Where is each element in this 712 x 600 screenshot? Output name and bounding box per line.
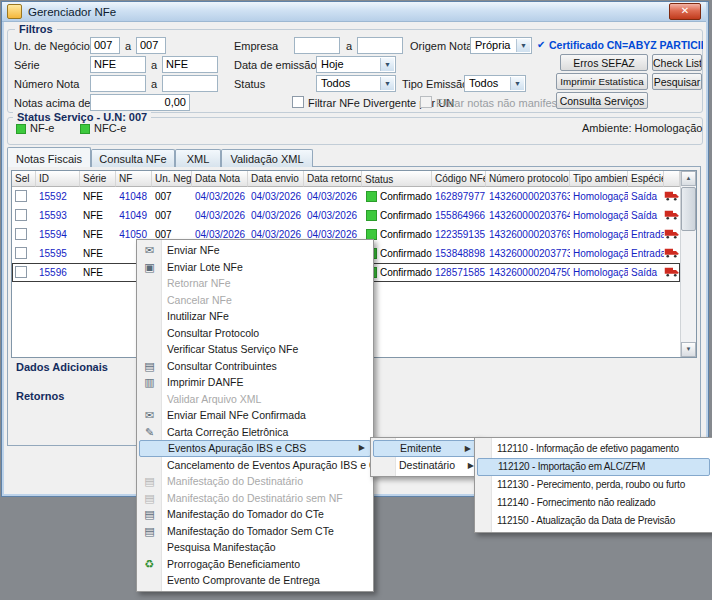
col-header-tipo-ambiente[interactable]: Tipo ambiente	[570, 171, 628, 187]
menu-item-prorrogacao-beneficiamento[interactable]: ♻Prorrogação Beneficiamento	[137, 556, 373, 573]
numero-nota-from-input[interactable]	[90, 75, 146, 92]
tab-xml[interactable]: XML	[175, 149, 221, 167]
scroll-up-button[interactable]: ▲	[681, 171, 696, 186]
status-select[interactable]: Todos ▼	[316, 75, 396, 92]
scrollbar-thumb[interactable]	[681, 187, 696, 231]
col-header-codigo-nfe[interactable]: Código NFe	[432, 171, 486, 187]
filtrar-divergente-checkbox[interactable]	[292, 96, 304, 108]
submenu-item-112130[interactable]: 112130 - Perecimento, perda, roubo ou fu…	[475, 476, 712, 494]
erros-sefaz-button[interactable]: Erros SEFAZ	[560, 54, 648, 71]
protocolo-cell: 143260000203763	[486, 191, 570, 202]
id-cell: 15595	[36, 248, 80, 259]
row-checkbox[interactable]	[15, 209, 27, 221]
col-header-numero-protocolo[interactable]: Número protocolo	[486, 171, 570, 187]
menu-item-carta-correcao[interactable]: ✎Carta Correção Eletrônica	[137, 424, 373, 441]
nfce-status-label: NFC-e	[94, 122, 126, 134]
chevron-down-icon[interactable]: ▼	[516, 39, 530, 52]
un-negocio-to-input[interactable]: 007	[136, 37, 166, 54]
numero-nota-label: Número Nota	[14, 78, 79, 90]
id-cell: 15596	[36, 267, 80, 278]
empresa-to-input[interactable]	[357, 37, 403, 54]
col-header-especie[interactable]: Espécie	[628, 171, 664, 187]
recycle-icon: ♻	[140, 556, 159, 573]
submenu-item-112110[interactable]: 112110 - Informação de efetivo pagamento	[475, 440, 712, 458]
tab-consulta-nfe[interactable]: Consulta NFe	[91, 149, 175, 167]
close-button[interactable]: ✕	[669, 3, 701, 20]
data-envio-cell: 04/03/2026	[248, 191, 304, 202]
row-checkbox[interactable]	[15, 266, 27, 278]
data-envio-cell: 04/03/2026	[248, 210, 304, 221]
empresa-from-input[interactable]	[294, 37, 340, 54]
email-icon: ✉	[140, 407, 159, 424]
menu-item-evento-comprovante-entrega[interactable]: Evento Comprovante de Entrega	[137, 572, 373, 589]
nfe-status-indicator	[16, 124, 26, 134]
protocolo-cell: 143260000203764	[486, 210, 570, 221]
imprimir-estatistica-button[interactable]: Imprimir Estatística	[556, 73, 648, 90]
nf-cell: 41048	[116, 191, 152, 202]
data-emissao-select[interactable]: Hoje ▼	[316, 56, 396, 73]
col-header-data-retorno[interactable]: Data retorno	[304, 171, 362, 187]
notas-acima-label: Notas acima de	[14, 97, 90, 109]
col-header-un-neg[interactable]: Un. Neg.	[152, 171, 192, 187]
menu-item-eventos-apuracao[interactable]: Eventos Apuração IBS e CBS▶	[139, 440, 371, 457]
sel-cell	[12, 247, 36, 261]
serie-label: Série	[14, 59, 40, 71]
submenu-item-destinatario[interactable]: Destinatário▶	[371, 457, 479, 474]
menu-item-manifestacao-tomador-sem-cte[interactable]: ▤Manifestação do Tomador Sem CTe	[137, 523, 373, 540]
empresa-a-label: a	[346, 40, 352, 52]
col-header-data-nota[interactable]: Data Nota	[192, 171, 248, 187]
data-nota-cell: 04/03/2026	[192, 191, 248, 202]
row-checkbox[interactable]	[15, 190, 27, 202]
col-header-nf[interactable]: NF	[116, 171, 152, 187]
menu-item-enviar-lote-nfe[interactable]: ▣Enviar Lote NFe	[137, 259, 373, 276]
submenu-item-emitente[interactable]: Emitente▶	[373, 440, 477, 457]
manifest-icon: ▤	[140, 523, 159, 540]
submenu-emitente-eventos: 112110 - Informação de efetivo pagamento…	[474, 437, 712, 533]
pesquisar-button[interactable]: Pesquisar	[652, 73, 702, 90]
protocolo-cell: 143260000204750	[486, 267, 570, 278]
serie-from-input[interactable]: NFE	[90, 56, 146, 73]
tab-notas-fiscais[interactable]: Notas Fiscais	[7, 147, 91, 167]
submenu-item-112140[interactable]: 112140 - Fornecimento não realizado	[475, 494, 712, 512]
menu-item-consultar-contribuintes[interactable]: ▤Consultar Contribuintes	[137, 358, 373, 375]
protocolo-cell: 143260000203773	[486, 248, 570, 259]
menu-item-label: Enviar Lote NFe	[167, 261, 243, 273]
menu-item-enviar-nfe[interactable]: ✉Enviar NFe	[137, 242, 373, 259]
col-header-serie[interactable]: Série	[80, 171, 116, 187]
row-checkbox[interactable]	[15, 228, 27, 240]
numero-nota-to-input[interactable]	[162, 75, 218, 92]
menu-item-label: Prorrogação Beneficiamento	[167, 558, 300, 570]
truck-icon	[664, 247, 679, 258]
col-header-id[interactable]: ID	[36, 171, 80, 187]
consulta-servicos-button[interactable]: Consulta Serviços	[556, 92, 648, 109]
chevron-down-icon[interactable]: ▼	[380, 58, 394, 71]
chevron-down-icon[interactable]: ▼	[380, 77, 394, 90]
check-list-button[interactable]: Check List	[652, 54, 702, 71]
row-checkbox[interactable]	[15, 247, 27, 259]
col-header-data-envio[interactable]: Data envio	[248, 171, 304, 187]
menu-item-imprimir-danfe[interactable]: ▥Imprimir DANFE	[137, 374, 373, 391]
especie-cell: Saída	[628, 267, 664, 278]
menu-item-consultar-protocolo[interactable]: Consultar Protocolo	[137, 325, 373, 342]
menu-item-manifestacao-tomador-cte[interactable]: ▤Manifestação do Tomador do CTe	[137, 506, 373, 523]
col-header-status[interactable]: Status	[362, 171, 432, 187]
un-negocio-from-input[interactable]: 007	[90, 37, 120, 54]
tipo-emissao-select[interactable]: Todos ▼	[464, 75, 526, 92]
notas-acima-input[interactable]: 0,00	[90, 94, 190, 111]
table-scrollbar[interactable]: ▲ ▼	[680, 171, 696, 357]
table-row[interactable]: 15592 NFE 41048 007 04/03/2026 04/03/202…	[12, 187, 680, 206]
scroll-down-button[interactable]: ▼	[681, 342, 696, 357]
menu-item-enviar-email[interactable]: ✉Enviar Email NFe Confirmada	[137, 407, 373, 424]
table-row[interactable]: 15593 NFE 41049 007 04/03/2026 04/03/202…	[12, 206, 680, 225]
menu-item-cancelamento-eventos[interactable]: Cancelamento de Eventos Apuração IBS e C…	[137, 457, 373, 474]
chevron-down-icon[interactable]: ▼	[510, 77, 524, 90]
submenu-item-112150[interactable]: 112150 - Atualização da Data de Previsão	[475, 512, 712, 530]
menu-item-verificar-status-servico[interactable]: Verificar Status Serviço NFe	[137, 341, 373, 358]
tab-validacao-xml[interactable]: Validação XML	[221, 149, 313, 167]
menu-item-pesquisa-manifestacao[interactable]: Pesquisa Manifestação	[137, 539, 373, 556]
serie-to-input[interactable]: NFE	[162, 56, 218, 73]
col-header-sel[interactable]: Sel	[12, 171, 36, 187]
origem-nota-select[interactable]: Própria ▼	[470, 37, 532, 54]
menu-item-inutilizar-nfe[interactable]: Inutilizar NFe	[137, 308, 373, 325]
submenu-item-112120[interactable]: 112120 - Importação em ALC/ZFM	[477, 458, 710, 476]
